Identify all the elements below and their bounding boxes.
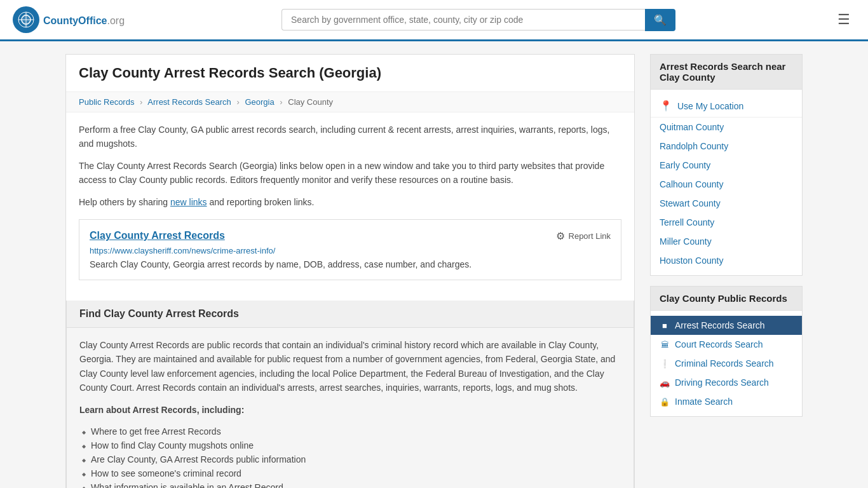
sidebar-county-label: Randolph County — [660, 141, 728, 151]
search-button[interactable]: 🔍 — [645, 9, 675, 31]
report-link-button[interactable]: ⚙ Report Link — [556, 230, 611, 242]
main-container: Clay County Arrest Records Search (Georg… — [53, 54, 815, 488]
logo-icon — [13, 6, 39, 33]
sidebar-nearby-header: Arrest Records Search near Clay County — [651, 55, 802, 90]
sidebar-public-records-body: ■ Arrest Records Search 🏛 Court Records … — [651, 311, 802, 416]
find-section-body-text: Clay County Arrest Records are public re… — [79, 338, 621, 395]
criminal-records-icon: ❕ — [660, 359, 670, 369]
sidebar-item-label: Criminal Records Search — [675, 358, 774, 369]
sidebar-county-label: Early County — [660, 160, 710, 170]
sidebar-item-randolph[interactable]: Randolph County — [651, 137, 802, 156]
sidebar-item-terrell[interactable]: Terrell County — [651, 213, 802, 232]
sidebar-county-label: Quitman County — [660, 122, 724, 132]
sidebar-county-label: Miller County — [660, 236, 712, 247]
breadcrumb-sep-2: › — [236, 97, 239, 107]
new-links-link[interactable]: new links — [170, 197, 207, 207]
inmate-search-icon: 🔒 — [660, 397, 670, 407]
list-item: How to find Clay County mugshots online — [82, 438, 621, 452]
location-pin-icon: 📍 — [660, 100, 672, 112]
sidebar-item-stewart[interactable]: Stewart County — [651, 194, 802, 213]
page-title: Clay County Arrest Records Search (Georg… — [79, 65, 621, 81]
breadcrumb-county: Clay County — [288, 97, 333, 107]
record-card: Clay County Arrest Records ⚙ Report Link… — [79, 219, 621, 280]
sidebar-nearby-body: 📍 Use My Location Quitman County Randolp… — [651, 90, 802, 275]
sidebar-item-label: Arrest Records Search — [675, 320, 765, 330]
record-url[interactable]: https://www.claysheriff.com/news/crime-a… — [90, 246, 611, 255]
arrest-records-icon: ■ — [660, 321, 670, 330]
record-description: Search Clay County, Georgia arrest recor… — [90, 259, 611, 269]
search-input[interactable] — [281, 9, 645, 30]
find-section-body: Clay County Arrest Records are public re… — [67, 328, 634, 488]
sidebar-item-label: Court Records Search — [675, 339, 763, 349]
learn-list: Where to get free Arrest Records How to … — [79, 424, 621, 488]
site-header: CountyOffice.org 🔍 ☰ — [0, 0, 868, 41]
intro-paragraph-3: Help others by sharing new links and rep… — [79, 195, 621, 209]
search-icon: 🔍 — [654, 15, 667, 25]
intro-paragraph-2: The Clay County Arrest Records Search (G… — [79, 159, 621, 187]
court-records-icon: 🏛 — [660, 340, 670, 349]
list-item: How to see someone's criminal record — [82, 466, 621, 480]
sidebar-item-houston[interactable]: Houston County — [651, 251, 802, 270]
driving-records-icon: 🚗 — [660, 378, 670, 388]
list-item: Where to get free Arrest Records — [82, 424, 621, 438]
find-section-header: Find Clay County Arrest Records — [67, 301, 634, 328]
content-header: Clay County Arrest Records Search (Georg… — [66, 55, 634, 92]
breadcrumb-sep-1: › — [140, 97, 142, 107]
sidebar-item-miller[interactable]: Miller County — [651, 232, 802, 251]
logo-name: CountyOffice — [43, 15, 107, 26]
sidebar-item-early[interactable]: Early County — [651, 156, 802, 175]
record-card-title[interactable]: Clay County Arrest Records — [90, 230, 225, 241]
intro3-pre: Help others by sharing — [79, 197, 170, 207]
sidebar-county-label: Terrell County — [660, 217, 714, 227]
use-location-label: Use My Location — [677, 101, 743, 111]
sidebar-item-driving-records[interactable]: 🚗 Driving Records Search — [651, 373, 802, 392]
sidebar-county-label: Stewart County — [660, 198, 721, 208]
breadcrumb-arrest-records[interactable]: Arrest Records Search — [147, 97, 231, 107]
breadcrumb-sep-3: › — [280, 97, 282, 107]
sidebar-item-inmate-search[interactable]: 🔒 Inmate Search — [651, 392, 802, 411]
intro3-post: and reporting broken links. — [207, 197, 315, 207]
breadcrumb-public-records[interactable]: Public Records — [79, 97, 134, 107]
sidebar-public-records-section: Clay County Public Records ■ Arrest Reco… — [650, 286, 803, 417]
use-location-button[interactable]: 📍 Use My Location — [651, 95, 802, 118]
sidebar-county-label: Houston County — [660, 255, 723, 266]
list-item: Are Clay County, GA Arrest Records publi… — [82, 452, 621, 466]
find-section: Find Clay County Arrest Records Clay Cou… — [66, 301, 634, 488]
sidebar-county-label: Calhoun County — [660, 179, 723, 189]
record-card-header: Clay County Arrest Records ⚙ Report Link — [90, 230, 611, 242]
sidebar-item-quitman[interactable]: Quitman County — [651, 118, 802, 137]
list-item: What information is available in an Arre… — [82, 480, 621, 488]
logo-svg — [17, 11, 35, 29]
content-body: Perform a free Clay County, GA public ar… — [66, 112, 634, 301]
hamburger-icon: ☰ — [837, 11, 850, 27]
content-area: Clay County Arrest Records Search (Georg… — [65, 54, 635, 488]
menu-button[interactable]: ☰ — [832, 9, 855, 30]
breadcrumb-georgia[interactable]: Georgia — [245, 97, 274, 107]
sidebar-nearby-section: Arrest Records Search near Clay County 📍… — [650, 54, 803, 276]
logo-suffix: .org — [107, 15, 125, 26]
search-area: 🔍 — [281, 9, 675, 31]
report-icon: ⚙ — [556, 230, 565, 242]
report-link-label: Report Link — [569, 231, 611, 241]
sidebar-item-label: Inmate Search — [675, 396, 733, 407]
sidebar-item-calhoun[interactable]: Calhoun County — [651, 175, 802, 194]
logo-area: CountyOffice.org — [13, 6, 125, 33]
sidebar-item-label: Driving Records Search — [675, 377, 769, 388]
intro-paragraph-1: Perform a free Clay County, GA public ar… — [79, 123, 621, 151]
logo-text: CountyOffice.org — [43, 13, 125, 27]
sidebar-public-records-header: Clay County Public Records — [651, 287, 802, 311]
sidebar: Arrest Records Search near Clay County 📍… — [650, 54, 803, 488]
sidebar-item-criminal-records[interactable]: ❕ Criminal Records Search — [651, 354, 802, 373]
breadcrumb: Public Records › Arrest Records Search ›… — [66, 92, 634, 112]
sidebar-item-court-records[interactable]: 🏛 Court Records Search — [651, 335, 802, 354]
sidebar-item-arrest-records[interactable]: ■ Arrest Records Search — [651, 316, 802, 335]
learn-title: Learn about Arrest Records, including: — [79, 403, 621, 417]
